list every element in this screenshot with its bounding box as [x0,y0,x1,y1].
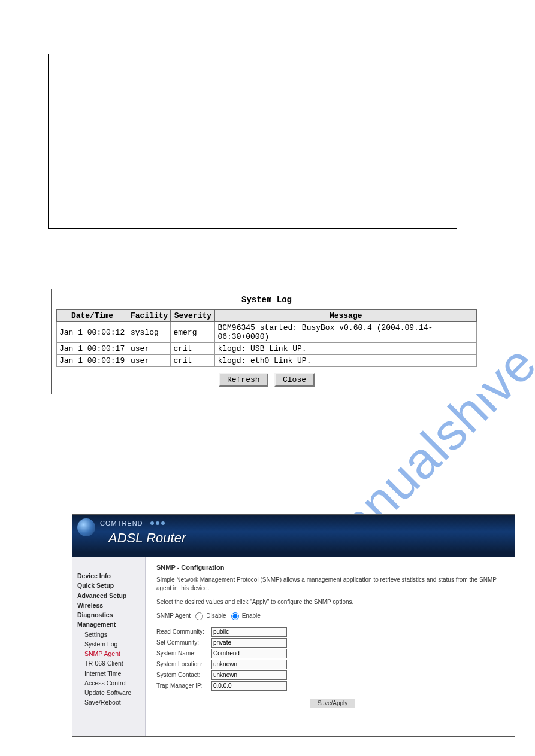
cell-facility: user [128,355,171,367]
label-system-name: System Name: [156,650,211,657]
cell-facility: syslog [128,322,171,343]
nav-save-reboot[interactable]: Save/Reboot [77,697,143,707]
nav-advanced-setup[interactable]: Advanced Setup [77,591,143,600]
snmp-agent-row: SNMP Agent Disable Enable [156,612,509,620]
top-table-r2c2 [122,116,457,229]
nav-settings[interactable]: Settings [77,630,143,639]
cell-severity: crit [171,343,215,355]
label-trap-manager-ip: Trap Manager IP: [156,682,211,689]
top-table-r1c2 [122,54,457,116]
col-datetime: Date/Time [57,310,128,322]
input-trap-manager-ip[interactable] [211,681,287,691]
brand-logo-icon [77,518,95,536]
nav-wireless[interactable]: Wireless [77,600,143,610]
radio-disable[interactable] [195,612,203,620]
col-facility: Facility [128,310,171,322]
label-system-location: System Location: [156,661,211,667]
input-read-community[interactable] [211,627,287,637]
input-system-name[interactable] [211,649,287,658]
nav-snmp-agent[interactable]: SNMP Agent [77,649,143,658]
close-button[interactable]: Close [274,373,315,387]
router-admin-panel: COMTREND ADSL Router Device Info Quick S… [72,514,515,737]
nav-system-log[interactable]: System Log [77,639,143,649]
cell-datetime: Jan 1 00:00:19 [57,355,128,367]
cell-facility: user [128,343,171,355]
nav-quick-setup[interactable]: Quick Setup [77,581,143,590]
table-row: Jan 1 00:00:19 user crit klogd: eth0 Lin… [57,355,477,367]
top-table-r2c1 [49,116,122,229]
label-set-community: Set Community: [156,639,211,646]
radio-enable-label: Enable [242,612,261,619]
product-title: ADSL Router [108,530,186,546]
nav-management[interactable]: Management [77,620,143,629]
nav-access-control[interactable]: Access Control [77,678,143,688]
input-set-community[interactable] [211,638,287,648]
label-read-community: Read Community: [156,629,211,635]
nav-internet-time[interactable]: Internet Time [77,669,143,678]
sidebar-nav: Device Info Quick Setup Advanced Setup W… [72,557,146,736]
content-desc-1: Simple Network Management Protocol (SNMP… [156,576,509,592]
nav-update-software[interactable]: Update Software [77,688,143,697]
radio-enable-wrap[interactable]: Enable [231,612,261,619]
cell-severity: crit [171,355,215,367]
label-system-contact: System Contact: [156,672,211,678]
router-content: SNMP - Configuration Simple Network Mana… [146,557,515,736]
nav-diagnostics[interactable]: Diagnostics [77,610,143,620]
nav-tr069-client[interactable]: TR-069 Client [77,658,143,668]
brand-dots-icon [150,521,165,525]
input-system-contact[interactable] [211,670,287,680]
nav-device-info[interactable]: Device Info [77,571,143,581]
system-log-table: Date/Time Facility Severity Message Jan … [56,309,477,367]
cell-message: klogd: eth0 Link UP. [215,355,477,367]
snmp-agent-label: SNMP Agent [156,612,191,619]
radio-disable-wrap[interactable]: Disable [195,612,228,619]
table-row: Jan 1 00:00:12 syslog emerg BCM96345 sta… [57,322,477,343]
content-desc-2: Select the desired values and click "App… [156,598,509,606]
cell-message: BCM96345 started: BusyBox v0.60.4 (2004.… [215,322,477,343]
system-log-title: System Log [56,295,477,305]
top-empty-table [48,54,457,229]
top-empty-table-wrap [48,54,535,229]
radio-enable[interactable] [231,612,239,620]
input-system-location[interactable] [211,660,287,669]
save-apply-button[interactable]: Save/Apply [310,698,356,708]
router-header: COMTREND ADSL Router [72,515,515,557]
cell-datetime: Jan 1 00:00:17 [57,343,128,355]
col-message: Message [215,310,477,322]
top-table-r1c1 [49,54,122,116]
system-log-buttons: Refresh Close [56,373,477,387]
system-log-panel: System Log Date/Time Facility Severity M… [51,289,482,394]
table-row: Jan 1 00:00:17 user crit klogd: USB Link… [57,343,477,355]
col-severity: Severity [171,310,215,322]
brand-name: COMTREND [100,520,143,527]
cell-severity: emerg [171,322,215,343]
radio-disable-label: Disable [206,612,226,619]
refresh-button[interactable]: Refresh [219,373,268,387]
content-title: SNMP - Configuration [156,564,509,571]
cell-datetime: Jan 1 00:00:12 [57,322,128,343]
cell-message: klogd: USB Link UP. [215,343,477,355]
